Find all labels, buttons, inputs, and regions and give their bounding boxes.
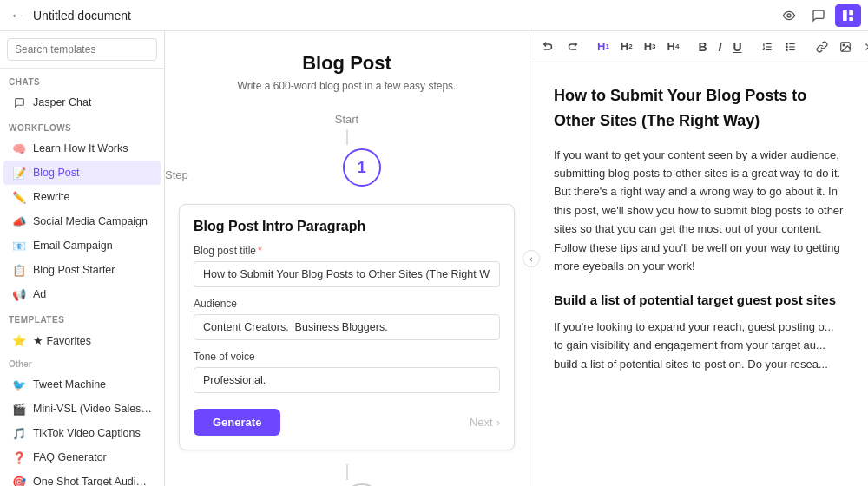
email-label: Email Campaign (33, 240, 113, 252)
workflow-title: Blog Post (182, 52, 511, 75)
sidebar-item-learn[interactable]: 🧠 Learn How It Works (3, 136, 161, 161)
field3-label: Tone of voice (194, 351, 500, 363)
svg-rect-2 (849, 10, 853, 15)
top-bar: ← Untitled document (0, 0, 868, 31)
step1-label: Step (165, 168, 188, 181)
sidebar-item-audience[interactable]: 🎯 One Shot Target Audience ... (3, 470, 161, 486)
sidebar-item-ad[interactable]: 📢 Ad (3, 282, 161, 306)
h2-button[interactable]: H2 (616, 37, 637, 56)
email-icon: 📧 (12, 239, 26, 253)
step1-header: Step 1 (165, 148, 529, 200)
editor-content[interactable]: How to Submit Your Blog Posts to Other S… (529, 62, 868, 486)
audience-input[interactable] (194, 314, 500, 340)
favorites-icon: ⭐ (12, 333, 26, 347)
svg-point-10 (786, 43, 787, 44)
next-button[interactable]: Next › (470, 416, 500, 429)
social-label: Social Media Campaign (33, 215, 148, 227)
ad-icon: 📢 (12, 287, 26, 301)
document-title: Untitled document (33, 9, 131, 23)
image-button[interactable] (835, 38, 856, 56)
ad-label: Ad (33, 288, 46, 300)
generate-button[interactable]: Generate (194, 409, 280, 436)
top-bar-right (776, 4, 861, 27)
h3-button[interactable]: H3 (640, 37, 661, 56)
collapse-panel-button[interactable]: ‹ (523, 250, 540, 267)
vsl-label: Mini-VSL (Video Sales Letter) (33, 403, 152, 415)
top-bar-left: ← Untitled document (7, 6, 131, 25)
faq-label: FAQ Generator (33, 451, 107, 463)
sidebar-item-faq[interactable]: ❓ FAQ Generator (3, 445, 161, 470)
sidebar: CHATS Jasper Chat WORKFLOWS 🧠 Learn How … (0, 31, 165, 486)
tiktok-icon: 🎵 (12, 426, 26, 440)
sidebar-item-social[interactable]: 📣 Social Media Campaign (3, 209, 161, 233)
rewrite-label: Rewrite (33, 191, 69, 203)
sidebar-item-jasper-chat[interactable]: Jasper Chat (3, 90, 161, 115)
editor-heading: How to Submit Your Blog Posts to Other S… (554, 83, 844, 134)
other-label: Other (0, 352, 164, 372)
templates-section-label: TEMPLATES (0, 306, 164, 328)
svg-rect-1 (843, 10, 847, 21)
chat-icon (12, 95, 26, 109)
editor-para2: If you're looking to expand your reach, … (554, 318, 844, 373)
svg-point-14 (843, 44, 845, 46)
h4-button[interactable]: H4 (663, 37, 684, 56)
blog-icon: 📝 (12, 166, 26, 180)
redo-button[interactable] (562, 38, 582, 56)
step2-section: Step 2 (165, 464, 529, 486)
field1-label: Blog post title* (194, 245, 500, 257)
card-actions: Generate Next › (194, 409, 500, 436)
unordered-list-button[interactable] (780, 38, 801, 56)
editor-panel: H1 H2 H3 H4 B I U (529, 31, 868, 486)
main-layout: CHATS Jasper Chat WORKFLOWS 🧠 Learn How … (0, 31, 868, 486)
chats-section-label: CHATS (0, 69, 164, 90)
tweet-label: Tweet Machine (33, 378, 106, 391)
sidebar-item-tweet[interactable]: 🐦 Tweet Machine (3, 372, 161, 397)
vsl-icon: 🎬 (12, 402, 26, 416)
blog-title-input[interactable] (194, 261, 500, 287)
learn-label: Learn How It Works (33, 142, 128, 154)
h1-button[interactable]: H1 (593, 37, 614, 56)
step1-card-title: Blog Post Intro Paragraph (194, 219, 500, 234)
audience-label: One Shot Target Audience ... (33, 476, 152, 486)
sidebar-content: CHATS Jasper Chat WORKFLOWS 🧠 Learn How … (0, 69, 164, 486)
italic-button[interactable]: I (714, 37, 727, 56)
step1-circle: 1 (343, 148, 381, 187)
editor-subheading: Build a list of potential target guest p… (554, 290, 844, 311)
social-icon: 📣 (12, 214, 26, 228)
layout-button[interactable] (835, 4, 861, 27)
workflow-description: Write a 600-word blog post in a few easy… (182, 80, 511, 92)
ordered-list-button[interactable] (757, 38, 778, 56)
field2-label: Audience (194, 298, 500, 310)
undo-button[interactable] (538, 38, 559, 56)
blog-label: Blog Post (33, 167, 80, 179)
underline-button[interactable]: U (728, 37, 746, 56)
sidebar-item-favorites[interactable]: ⭐ ★ Favorites (3, 328, 161, 352)
sidebar-item-tiktok[interactable]: 🎵 TikTok Video Captions (3, 421, 161, 445)
starter-label: Blog Post Starter (33, 264, 115, 276)
back-button[interactable]: ← (7, 6, 28, 25)
search-input[interactable] (7, 38, 157, 61)
learn-icon: 🧠 (12, 141, 26, 155)
preview-button[interactable] (776, 4, 802, 27)
sidebar-item-email[interactable]: 📧 Email Campaign (3, 233, 161, 258)
sidebar-item-blog-post[interactable]: 📝 Blog Post (3, 161, 161, 185)
svg-rect-3 (849, 17, 853, 21)
editor-toolbar: H1 H2 H3 H4 B I U (529, 31, 868, 62)
sidebar-search-container (0, 31, 164, 69)
tone-input[interactable] (194, 367, 500, 393)
connector-start (346, 129, 348, 145)
svg-point-0 (787, 14, 791, 17)
svg-point-11 (786, 46, 787, 48)
sidebar-item-vsl[interactable]: 🎬 Mini-VSL (Video Sales Letter) (3, 397, 161, 421)
sidebar-item-rewrite[interactable]: ✏️ Rewrite (3, 185, 161, 209)
step1-card: Blog Post Intro Paragraph Blog post titl… (179, 204, 515, 450)
connector-step2 (346, 464, 348, 480)
bold-button[interactable]: B (694, 37, 711, 56)
workflow-wrapper: Blog Post Write a 600-word blog post in … (165, 31, 529, 486)
comment-button[interactable] (806, 4, 832, 27)
favorites-label: ★ Favorites (33, 334, 91, 347)
link-button[interactable] (812, 38, 832, 56)
sidebar-item-blog-starter[interactable]: 📋 Blog Post Starter (3, 258, 161, 282)
clear-format-button[interactable] (858, 38, 868, 56)
workflow-header: Blog Post Write a 600-word blog post in … (165, 31, 529, 101)
